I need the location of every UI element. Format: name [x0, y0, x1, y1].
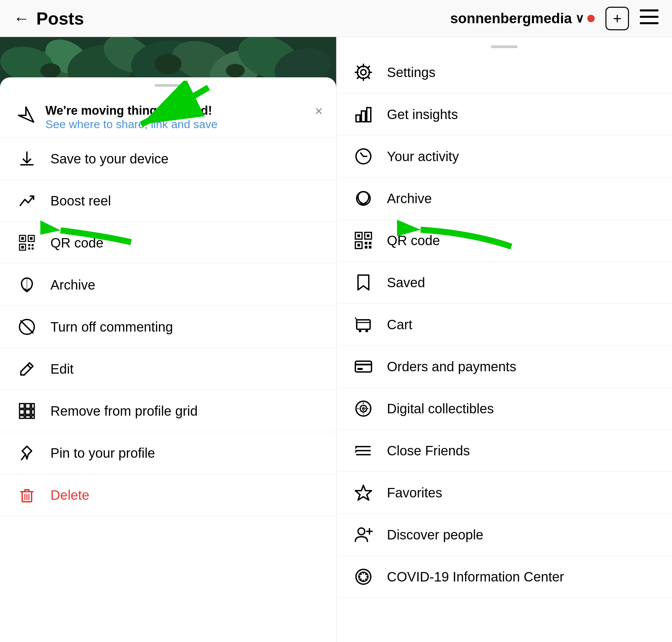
qr-code-label: QR code [50, 235, 104, 251]
svg-rect-29 [28, 247, 30, 249]
discover-people-icon [353, 525, 374, 545]
svg-point-15 [40, 63, 61, 78]
menu-item-covid-info[interactable]: COVID-19 Information Center [336, 556, 672, 598]
menu-item-close-friends[interactable]: Close Friends [336, 430, 672, 472]
svg-line-33 [21, 321, 33, 333]
svg-rect-69 [369, 246, 372, 248]
plus-icon: + [613, 10, 622, 27]
settings-label: Settings [387, 65, 436, 80]
bookmark-icon [353, 272, 374, 293]
menu-item-delete[interactable]: Delete [0, 474, 336, 516]
svg-rect-67 [369, 242, 372, 244]
trash-icon [17, 485, 37, 505]
svg-rect-43 [31, 416, 34, 418]
qr-code-icon [17, 233, 37, 253]
green-arrow-icon-1 [107, 81, 215, 148]
header-right: sonnenbergmedia ∨ + [450, 7, 659, 30]
close-friends-icon [353, 440, 374, 461]
menu-item-pin-profile[interactable]: Pin to your profile [0, 432, 336, 474]
pin-profile-label: Pin to your profile [50, 446, 155, 461]
orders-payments-label: Orders and payments [387, 359, 516, 374]
svg-rect-63 [367, 234, 370, 237]
share-icon [17, 105, 35, 128]
menu-item-orders-payments[interactable]: Orders and payments [336, 346, 672, 388]
delete-label: Delete [50, 488, 89, 503]
svg-rect-1 [640, 16, 659, 18]
edit-icon [17, 359, 37, 379]
svg-point-95 [360, 573, 362, 575]
menu-item-turn-off-commenting[interactable]: Turn off commenting [0, 306, 336, 348]
svg-rect-2 [640, 22, 659, 24]
menu-item-right-qr-code[interactable]: QR code [336, 220, 672, 262]
svg-point-73 [365, 330, 368, 332]
svg-point-92 [362, 580, 364, 582]
menu-item-settings[interactable]: Settings [336, 51, 672, 93]
back-button[interactable]: ← [13, 9, 29, 28]
menu-item-cart[interactable]: Cart [336, 304, 672, 346]
menu-item-favorites[interactable]: Favorites [336, 472, 672, 514]
svg-rect-71 [357, 320, 370, 329]
digital-collectibles-icon [353, 399, 374, 419]
svg-rect-30 [31, 247, 34, 249]
menu-item-edit[interactable]: Edit [0, 348, 336, 390]
svg-rect-66 [365, 242, 367, 244]
digital-collectibles-label: Digital collectibles [387, 401, 494, 416]
menu-item-qr-code[interactable]: QR code [0, 222, 336, 264]
svg-point-14 [155, 54, 182, 74]
boost-reel-label: Boost reel [50, 193, 111, 208]
username-text: sonnenbergmedia [450, 10, 572, 27]
svg-rect-22 [21, 237, 24, 240]
svg-marker-85 [355, 485, 372, 500]
svg-line-34 [28, 365, 31, 368]
svg-rect-61 [357, 234, 360, 237]
svg-rect-35 [20, 403, 24, 408]
svg-rect-40 [31, 410, 34, 414]
menu-item-boost-reel[interactable]: Boost reel [0, 180, 336, 222]
svg-rect-36 [26, 403, 30, 408]
svg-point-96 [365, 573, 367, 575]
archive-label: Archive [50, 278, 95, 293]
grid-icon [17, 401, 37, 421]
app-header: ← Posts sonnenbergmedia ∨ + [0, 0, 672, 37]
action-sheet: We're moving things around! See where to… [0, 77, 336, 642]
covid-info-label: COVID-19 Information Center [387, 569, 564, 585]
notice-close-button[interactable]: × [315, 104, 323, 119]
hamburger-menu-button[interactable] [640, 9, 659, 28]
menu-item-digital-collectibles[interactable]: Digital collectibles [336, 388, 672, 430]
svg-rect-26 [21, 246, 24, 248]
svg-point-72 [359, 330, 361, 332]
svg-rect-24 [30, 237, 33, 240]
menu-item-your-activity[interactable]: Your activity [336, 136, 672, 178]
svg-line-44 [22, 454, 26, 460]
star-icon [353, 483, 374, 503]
svg-point-94 [366, 576, 369, 578]
svg-point-53 [361, 69, 366, 75]
svg-marker-17 [18, 107, 34, 122]
menu-item-discover-people[interactable]: Discover people [336, 514, 672, 556]
svg-point-86 [358, 528, 365, 535]
right-panel: Settings Get insights [336, 37, 672, 642]
menu-item-get-insights[interactable]: Get insights [336, 93, 672, 136]
menu-item-remove-profile-grid[interactable]: Remove from profile grid [0, 390, 336, 432]
archive-icon [17, 275, 37, 295]
menu-item-right-archive[interactable]: Archive [336, 178, 672, 220]
add-button[interactable]: + [605, 7, 629, 30]
svg-rect-57 [367, 107, 371, 122]
activity-icon [353, 146, 374, 166]
right-archive-icon [353, 188, 374, 208]
right-archive-label: Archive [387, 191, 432, 206]
svg-rect-56 [361, 111, 365, 122]
your-activity-label: Your activity [387, 149, 459, 164]
username-area[interactable]: sonnenbergmedia ∨ [450, 10, 595, 27]
menu-item-archive[interactable]: Archive [0, 264, 336, 306]
svg-rect-42 [26, 416, 30, 418]
chevron-down-icon: ∨ [575, 11, 584, 26]
header-left: ← Posts [13, 9, 84, 29]
menu-item-saved[interactable]: Saved [336, 262, 672, 304]
svg-rect-28 [31, 244, 34, 246]
discover-people-label: Discover people [387, 527, 483, 542]
svg-rect-38 [20, 410, 24, 414]
comment-off-icon [17, 317, 37, 337]
svg-point-91 [362, 572, 364, 574]
svg-rect-41 [20, 416, 24, 418]
